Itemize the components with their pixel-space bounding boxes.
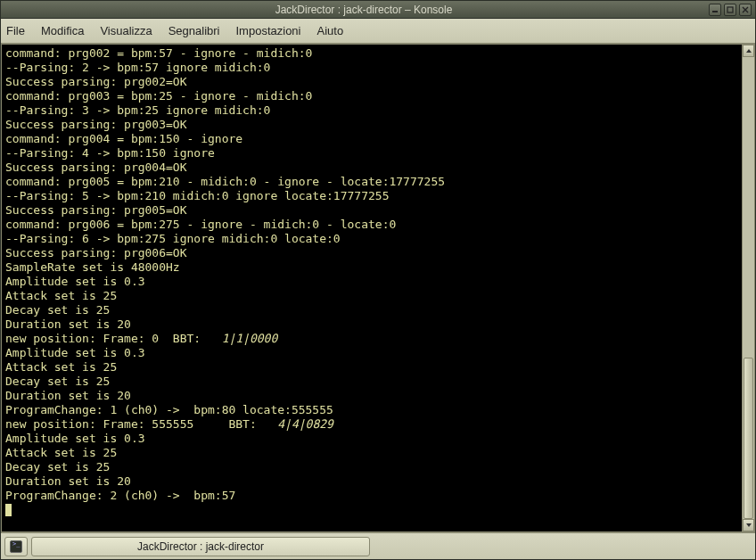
window-title: JackDirector : jack-director – Konsole xyxy=(19,4,709,16)
terminal-line: Decay set is 25 xyxy=(5,375,738,389)
terminal-line: command: prg004 = bpm:150 - ignore xyxy=(5,132,738,146)
terminal-line: --Parsing: 4 -> bpm:150 ignore xyxy=(5,146,738,161)
terminal-line: Success parsing: prg003=OK xyxy=(5,118,738,132)
menu-view[interactable]: Visualizza xyxy=(100,24,152,37)
menu-file[interactable]: File xyxy=(6,24,25,37)
terminal-container: command: prg002 = bpm:57 - ignore - midi… xyxy=(1,44,755,532)
terminal-line: SampleRate set is 48000Hz xyxy=(5,260,738,275)
new-tab-button[interactable] xyxy=(4,537,28,556)
terminal-line: Attack set is 25 xyxy=(5,446,738,460)
minimize-button[interactable] xyxy=(709,4,721,16)
terminal-line: Attack set is 25 xyxy=(5,360,738,375)
terminal-line: Duration set is 20 xyxy=(5,317,738,332)
tab-active[interactable]: JackDirector : jack-director xyxy=(31,537,370,556)
terminal-line: Duration set is 20 xyxy=(5,389,738,403)
scroll-up-button[interactable] xyxy=(743,45,754,57)
terminal-line: --Parsing: 5 -> bpm:210 midich:0 ignore … xyxy=(5,189,738,203)
terminal-line: ProgramChange: 1 (ch0) -> bpm:80 locate:… xyxy=(5,403,738,417)
scroll-track[interactable] xyxy=(743,57,754,519)
terminal-line: Attack set is 25 xyxy=(5,289,738,303)
terminal-line: Decay set is 25 xyxy=(5,460,738,474)
terminal-cursor-line xyxy=(5,503,738,517)
terminal-line: new position: Frame: 555555 BBT: 4|4|082… xyxy=(5,417,738,432)
terminal-line: Success parsing: prg006=OK xyxy=(5,246,738,260)
app-window: JackDirector : jack-director – Konsole F… xyxy=(0,0,756,560)
terminal-line: command: prg005 = bpm:210 - midich:0 - i… xyxy=(5,175,738,189)
terminal-line: --Parsing: 3 -> bpm:25 ignore midich:0 xyxy=(5,103,738,118)
terminal-line: Amplitude set is 0.3 xyxy=(5,346,738,360)
scroll-down-button[interactable] xyxy=(743,519,754,531)
tab-label: JackDirector : jack-director xyxy=(137,540,264,553)
terminal-line: Decay set is 25 xyxy=(5,303,738,317)
terminal-line: Success parsing: prg005=OK xyxy=(5,203,738,218)
menu-help[interactable]: Aiuto xyxy=(316,24,343,37)
svg-rect-0 xyxy=(712,11,718,12)
close-button[interactable] xyxy=(739,4,752,16)
svg-rect-1 xyxy=(727,7,733,12)
terminal-icon xyxy=(10,540,22,553)
terminal-line: Duration set is 20 xyxy=(5,474,738,489)
menu-bookmarks[interactable]: Segnalibri xyxy=(168,24,220,37)
terminal-line: Success parsing: prg002=OK xyxy=(5,75,738,89)
maximize-button[interactable] xyxy=(724,4,736,16)
menu-edit[interactable]: Modifica xyxy=(41,24,84,37)
scroll-thumb[interactable] xyxy=(744,358,753,519)
terminal-line: new position: Frame: 0 BBT: 1|1|0000 xyxy=(5,332,738,346)
terminal-line: command: prg002 = bpm:57 - ignore - midi… xyxy=(5,46,738,61)
window-controls xyxy=(709,4,752,16)
cursor-icon xyxy=(5,504,12,516)
terminal-line: ProgramChange: 2 (ch0) -> bpm:57 xyxy=(5,489,738,503)
terminal-line: --Parsing: 2 -> bpm:57 ignore midich:0 xyxy=(5,61,738,75)
terminal-line: Amplitude set is 0.3 xyxy=(5,275,738,289)
terminal-line: command: prg003 = bpm:25 - ignore - midi… xyxy=(5,89,738,103)
terminal-line: Success parsing: prg004=OK xyxy=(5,161,738,175)
terminal-line: command: prg006 = bpm:275 - ignore - mid… xyxy=(5,218,738,232)
titlebar[interactable]: JackDirector : jack-director – Konsole xyxy=(1,1,755,19)
terminal-line: --Parsing: 6 -> bpm:275 ignore midich:0 … xyxy=(5,232,738,246)
menu-settings[interactable]: Impostazioni xyxy=(236,24,301,37)
terminal-line: Amplitude set is 0.3 xyxy=(5,432,738,446)
terminal-output[interactable]: command: prg002 = bpm:57 - ignore - midi… xyxy=(2,45,742,531)
vertical-scrollbar[interactable] xyxy=(742,45,754,531)
menubar: File Modifica Visualizza Segnalibri Impo… xyxy=(1,19,755,44)
tab-bar: JackDirector : jack-director xyxy=(1,532,755,559)
